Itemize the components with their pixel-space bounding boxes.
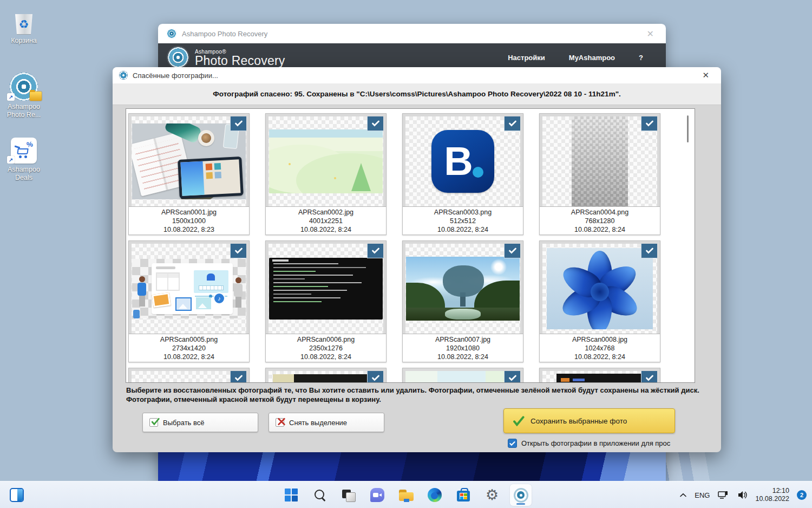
menu-help[interactable]: ? [639,54,643,62]
selected-check-badge[interactable] [504,371,520,383]
app-close-button[interactable]: ✕ [644,29,657,39]
app-brand: Ashampoo® Photo Recovery [195,49,285,67]
volume-icon[interactable] [737,490,748,500]
selected-check-badge[interactable] [230,371,246,383]
chat-button[interactable] [366,484,388,506]
selected-check-badge[interactable] [504,244,520,258]
photo-thumbnail: B [405,116,520,206]
selected-check-badge[interactable] [641,116,657,131]
store-button[interactable] [453,484,474,506]
photo-card[interactable]: APRScan0004.png 768x1280 10.08.2022, 8:2… [539,113,660,235]
photo-date: 10.08.2022, 8:24 [403,353,523,361]
shopping-cart-icon: % [17,145,31,157]
photo-name: APRScan0003.png [403,208,523,217]
brand-large: Photo Recovery [195,55,285,67]
grid-scrollbar[interactable] [687,115,689,142]
photo-thumbnail [269,116,383,206]
edge-button[interactable] [424,484,446,506]
notification-badge[interactable]: 2 [797,490,807,500]
photo-thumbnail: ♪ [132,244,246,334]
task-view-button[interactable] [338,484,359,506]
photo-caption: APRScan0007.jpg 1920x1080 10.08.2022, 8:… [403,334,523,362]
green-check-icon [513,415,525,426]
select-all-button[interactable]: Выбрать всё [142,413,258,432]
photo-date: 10.08.2022, 8:24 [540,225,660,234]
file-explorer-button[interactable] [395,484,417,506]
photo-name: APRScan0001.jpg [129,208,249,217]
app-logo-icon [167,29,176,38]
language-indicator[interactable]: ENG [695,491,710,499]
photo-name: APRScan0006.png [266,335,386,344]
photo-thumbnail [132,116,246,206]
photo-card[interactable]: APRScan0001.jpg 1500x1000 10.08.2022, 8:… [128,113,250,235]
selected-check-badge[interactable] [367,116,383,131]
photo-card[interactable] [128,368,250,383]
photo-caption: APRScan0005.png 2734x1420 10.08.2022, 8:… [129,334,249,362]
photo-thumbnail [542,244,657,334]
menu-myashampoo[interactable]: MyAshampoo [569,54,615,62]
start-button[interactable] [280,484,302,506]
selected-check-badge[interactable] [641,371,657,383]
desktop-icon-recycle-bin[interactable]: ♻ Корзина [3,4,45,45]
photo-date: 10.08.2022, 8:24 [266,225,386,234]
photo-card[interactable]: APRScan0006.png 2350x1276 10.08.2022, 8:… [265,240,387,362]
taskbar: ⚙ ENG 12:10 10.08.2022 2 [0,481,812,508]
photo-card[interactable] [402,368,523,383]
gear-icon: ⚙ [486,488,499,503]
photo-name: APRScan0005.png [129,335,249,344]
folder-icon [399,489,414,502]
dialog-close-button[interactable]: ✕ [697,70,715,80]
photo-thumbnail [269,244,383,334]
clock[interactable]: 12:10 10.08.2022 [755,487,789,503]
ashampoo-photo-recovery-icon: ↗ [3,70,45,101]
network-icon[interactable] [717,490,729,500]
ashampoo-deals-icon: % ↗ [3,133,45,164]
photo-card[interactable] [265,368,387,383]
photo-name: APRScan0004.png [540,208,660,217]
selected-check-badge[interactable] [230,244,246,258]
selected-check-badge[interactable] [504,116,520,131]
photo-card[interactable]: B APRScan0003.png 512x512 10.08.2022, 8:… [402,113,523,235]
photo-caption: APRScan0003.png 512x512 10.08.2022, 8:24 [403,206,523,235]
photo-size: 4001x2251 [266,217,386,225]
photo-card[interactable]: APRScan0002.jpg 4001x2251 10.08.2022, 8:… [265,113,387,235]
photo-card[interactable]: APRScan0008.jpg 1024x768 10.08.2022, 8:2… [539,240,660,362]
photo-thumbnail [542,116,657,206]
ashampoo-photo-recovery-taskbar-button[interactable] [510,484,532,506]
selected-check-badge[interactable] [230,116,246,131]
desktop-icon-ashampoo-photo-recovery[interactable]: ↗ Ashampoo Photo Re... [3,70,45,119]
search-button[interactable] [309,484,331,506]
photo-size: 2734x1420 [129,344,249,353]
shortcut-arrow-icon: ↗ [7,93,15,101]
taskbar-tray: ENG 12:10 10.08.2022 2 [679,481,807,508]
checkbox-checked-icon[interactable] [508,439,517,448]
photo-grid: APRScan0001.jpg 1500x1000 10.08.2022, 8:… [126,108,695,383]
widgets-icon[interactable] [10,488,24,502]
shortcut-arrow-icon: ↗ [7,156,15,164]
photo-date: 10.08.2022, 8:23 [129,225,249,234]
menu-settings[interactable]: Настройки [508,54,545,62]
save-selected-button[interactable]: Сохранить выбранные фото [503,408,675,433]
deselect-button[interactable]: Снять выделение [269,413,384,432]
show-hidden-icons-chevron[interactable] [679,492,687,498]
photo-card[interactable]: APRScan0007.jpg 1920x1080 10.08.2022, 8:… [402,240,523,362]
edge-icon [428,488,442,502]
desktop-icon-ashampoo-deals[interactable]: % ↗ Ashampoo Deals [3,133,45,182]
desktop-icon-label: Ashampoo Photo Re... [3,103,45,119]
selected-check-badge[interactable] [367,371,383,383]
green-check-icon [149,418,158,427]
photo-date: 10.08.2022, 8:24 [403,225,523,234]
photo-size: 2350x1276 [266,344,386,353]
photo-thumbnail [405,371,520,383]
app-titlebar: Ashampoo Photo Recovery ✕ [158,24,666,43]
selected-check-badge[interactable] [367,244,383,258]
photo-caption: APRScan0006.png 2350x1276 10.08.2022, 8:… [266,334,386,362]
selected-check-badge[interactable] [641,244,657,258]
photo-name: APRScan0007.jpg [403,335,523,344]
open-after-save-checkbox-row[interactable]: Открыть фотографии в приложении для прос [508,439,670,448]
app-menu: Настройки MyAshampoo ? [508,54,656,62]
taskbar-center-icons: ⚙ [280,481,532,508]
settings-button[interactable]: ⚙ [481,484,503,506]
photo-card[interactable] [539,368,660,383]
photo-card[interactable]: ♪ APRScan0005.png 2734x1420 10.08.2022, … [128,240,250,362]
